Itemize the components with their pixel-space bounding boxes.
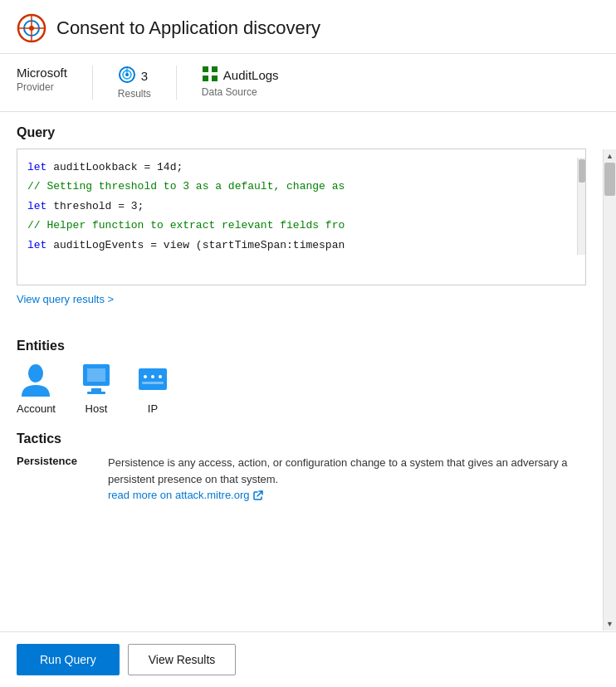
- entity-host-label: Host: [86, 402, 108, 415]
- entity-host: Host: [81, 362, 112, 415]
- provider-meta: Microsoft Provider: [17, 66, 93, 100]
- tactic-label-persistence: Persistence: [17, 455, 91, 504]
- page-title: Consent to Application discovery: [56, 17, 320, 39]
- svg-point-18: [144, 375, 147, 378]
- datasource-label: AuditLogs: [223, 68, 279, 82]
- svg-rect-11: [212, 76, 218, 81]
- code-line-5: let auditLogEvents = view (startTimeSpan…: [27, 236, 575, 255]
- entity-ip-label: IP: [148, 402, 158, 415]
- svg-rect-16: [87, 392, 105, 394]
- svg-rect-17: [139, 368, 167, 390]
- code-line-2: // Setting threshold to 3 as a default, …: [27, 177, 575, 196]
- svg-point-7: [125, 73, 129, 76]
- run-query-button[interactable]: Run Query: [17, 644, 120, 675]
- results-sub: Results: [118, 88, 151, 100]
- ip-icon: [137, 362, 169, 399]
- tactic-desc-persistence: Persistence is any access, action, or co…: [108, 455, 586, 504]
- main-content: Query let auditLookback = 14d; // Settin…: [0, 112, 616, 650]
- entities-section-title: Entities: [17, 339, 586, 353]
- svg-rect-8: [203, 66, 208, 72]
- svg-rect-9: [212, 66, 218, 72]
- external-link-icon: [253, 490, 263, 500]
- results-meta: 3 Results: [118, 66, 177, 100]
- svg-rect-10: [203, 76, 208, 81]
- results-count: 3: [141, 69, 148, 83]
- entity-account: Account: [17, 362, 56, 415]
- datasource-sub: Data Source: [202, 86, 279, 98]
- svg-rect-21: [142, 382, 164, 384]
- tactic-row-persistence: Persistence Persistence is any access, a…: [17, 455, 586, 504]
- code-line-4: // Helper function to extract relevant f…: [27, 216, 575, 235]
- entity-ip: IP: [137, 362, 169, 415]
- query-section-title: Query: [17, 125, 586, 140]
- account-icon: [20, 362, 51, 399]
- results-icon: [118, 66, 136, 86]
- tactics-section: Tactics Persistence Persistence is any a…: [17, 431, 586, 504]
- tactics-section-title: Tactics: [17, 431, 586, 446]
- host-icon: [81, 362, 112, 399]
- code-line-3: let threshold = 3;: [27, 197, 575, 216]
- meta-bar: Microsoft Provider 3 Results: [0, 54, 616, 112]
- view-results-button[interactable]: View Results: [128, 644, 237, 675]
- svg-point-4: [29, 26, 34, 31]
- query-section: Query let auditLookback = 14d; // Settin…: [17, 125, 586, 322]
- svg-rect-15: [91, 388, 101, 392]
- svg-point-12: [28, 364, 43, 382]
- tactic-external-link[interactable]: read more on attack.mitre.org: [108, 487, 263, 504]
- view-query-link[interactable]: View query results >: [17, 293, 114, 305]
- entities-row: Account Host: [17, 362, 586, 415]
- footer: Run Query View Results: [0, 631, 616, 687]
- datasource-meta: AuditLogs Data Source: [202, 66, 304, 100]
- query-scrollbar[interactable]: [577, 158, 585, 255]
- provider-label: Microsoft: [17, 66, 67, 80]
- provider-sub: Provider: [17, 81, 67, 93]
- query-scroll-thumb[interactable]: [579, 159, 585, 183]
- svg-point-20: [159, 375, 162, 378]
- datasource-icon: [202, 66, 218, 85]
- query-code-box[interactable]: let auditLookback = 14d; // Setting thre…: [17, 149, 586, 285]
- page-header: Consent to Application discovery: [0, 0, 616, 54]
- entities-section: Entities Account: [17, 339, 586, 415]
- svg-rect-14: [87, 368, 105, 382]
- sentinel-icon: [17, 13, 46, 43]
- svg-point-19: [151, 375, 154, 378]
- code-line-1: let auditLookback = 14d;: [27, 158, 575, 177]
- entity-account-label: Account: [17, 402, 56, 415]
